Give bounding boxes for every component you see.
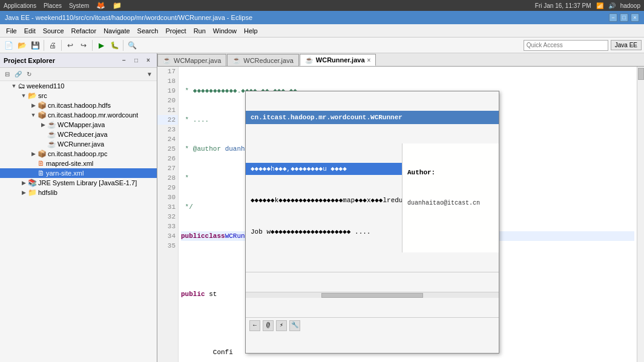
tree-item-src[interactable]: ▼ 📂 src — [0, 91, 157, 100]
network-icon: 📶 — [596, 2, 603, 9]
volume-icon: 🔊 — [608, 2, 616, 9]
java-ee-button[interactable]: Java EE — [611, 40, 642, 50]
wordcount-icon: 📦 — [38, 111, 47, 119]
menu-edit[interactable]: Edit — [21, 26, 39, 36]
ac-list[interactable]: ◆◆◆◆◆h◆◆◆,◆◆◆◆◆◆◆◆u ◆◆◆◆ ◆◆◆◆◆◆k◆◆◆◆◆◆◆◆… — [246, 143, 402, 252]
system-menu[interactable]: System — [69, 2, 89, 9]
collapse-all-btn[interactable]: ⊟ — [2, 70, 12, 79]
line-num-24: 24 — [157, 134, 178, 144]
tab-wcreducer-icon: ☕ — [232, 56, 241, 64]
menu-file[interactable]: File — [2, 26, 21, 36]
tree-item-jre[interactable]: ▶ 📚 JRE System Library [JavaSE-1.7] — [0, 178, 157, 188]
tab-wcrunner[interactable]: ☕ WCRunner.java × — [300, 54, 376, 66]
wcrunner-icon: ☕ — [47, 140, 56, 148]
app-icon-1[interactable]: 📁 — [113, 1, 122, 10]
maximize-button[interactable]: □ — [620, 13, 628, 22]
toggle-weekend110[interactable]: ▼ — [10, 82, 18, 90]
tree-item-yarn-xml[interactable]: ▶ 🗎 yarn-site.xml — [0, 168, 157, 178]
toolbar-new[interactable]: 📄 — [2, 39, 15, 51]
panel-close-btn[interactable]: × — [143, 56, 153, 65]
panel-maximize-btn[interactable]: □ — [131, 56, 141, 65]
minimize-button[interactable]: − — [609, 13, 617, 22]
tree-item-wcreducer[interactable]: ▶ ☕ WCReducer.java — [0, 130, 157, 139]
toolbar-redo[interactable]: ↪ — [77, 39, 90, 51]
toggle-jre[interactable]: ▶ — [19, 179, 28, 187]
code-editor[interactable]: 17 18 19 20 21 22 23 24 25 26 27 28 29 3… — [157, 67, 644, 362]
tree-item-hdfs[interactable]: ▶ 📦 cn.itcast.hadoop.hdfs — [0, 100, 157, 110]
title-bar: Java EE - weekend110/src/cn/itcast/hadoo… — [0, 11, 644, 24]
toolbar-open[interactable]: 📂 — [16, 39, 28, 51]
jre-icon: 📚 — [28, 179, 37, 187]
toggle-wcmapper[interactable]: ▶ — [39, 120, 47, 129]
ac-tool-icon[interactable]: 🔧 — [289, 320, 300, 331]
tab-wcmapper[interactable]: ☕ WCMapper.java — [157, 54, 226, 66]
ac-at-icon[interactable]: @ — [263, 320, 274, 331]
link-editor-btn[interactable]: 🔗 — [13, 70, 23, 79]
toolbar-save[interactable]: 💾 — [29, 39, 41, 51]
line-num-26: 26 — [157, 154, 178, 163]
mapred-icon: 🗎 — [38, 159, 45, 168]
quick-access-input[interactable] — [524, 40, 608, 51]
applications-menu[interactable]: Applications — [4, 2, 36, 9]
toolbar-search[interactable]: 🔍 — [126, 39, 138, 51]
menu-navigate[interactable]: Navigate — [100, 26, 133, 36]
line-num-25: 25 — [157, 144, 178, 154]
tree-item-weekend110[interactable]: ▼ 🗂 weekend110 — [0, 81, 157, 91]
tree-item-wordcount[interactable]: ▼ 📦 cn.itcast.hadoop.mr.wordcount — [0, 110, 157, 120]
tab-wcmapper-label: WCMapper.java — [174, 57, 221, 64]
toggle-wordcount[interactable]: ▼ — [29, 111, 38, 119]
line-num-31: 31 — [157, 202, 178, 212]
toolbar-undo[interactable]: ↩ — [64, 39, 76, 51]
menu-search[interactable]: Search — [134, 26, 162, 36]
line-num-34: 34 — [157, 231, 178, 241]
tree-item-mapred-xml[interactable]: ▶ 🗎 mapred-site.xml — [0, 159, 157, 168]
menu-source[interactable]: Source — [39, 26, 68, 36]
places-menu[interactable]: Places — [44, 2, 62, 9]
wcmapper-icon: ☕ — [47, 120, 56, 129]
ac-author-value: duanhaitao@itcast.cn — [407, 199, 494, 208]
toolbar-debug[interactable]: 🐛 — [108, 39, 120, 51]
tree-item-hdfslib[interactable]: ▶ 📁 hdfslib — [0, 188, 157, 197]
yarn-icon: 🗎 — [38, 169, 45, 177]
tree-item-wcrunner[interactable]: ▶ ☕ WCRunner.java — [0, 139, 157, 149]
ac-item-0[interactable]: ◆◆◆◆◆h◆◆◆,◆◆◆◆◆◆◆◆u ◆◆◆◆ — [246, 163, 402, 175]
tab-wcrunner-close[interactable]: × — [367, 57, 371, 64]
line-num-28: 28 — [157, 173, 178, 183]
ac-item-2[interactable]: Job w◆◆◆◆◆◆◆◆◆◆◆◆◆◆◆◆◆◆◆◆ .... — [246, 226, 402, 238]
refresh-btn[interactable]: ↻ — [24, 70, 34, 79]
toolbar-print[interactable]: 🖨 — [47, 39, 59, 51]
tab-wcrunner-icon: ☕ — [305, 56, 314, 64]
panel-minimize-btn[interactable]: − — [119, 56, 129, 65]
menu-help[interactable]: Help — [240, 26, 261, 36]
ac-item-1[interactable]: ◆◆◆◆◆◆k◆◆◆◆◆◆◆◆◆◆◆◆◆◆◆◆map◆◆◆x◆◆◆lreduce — [246, 194, 402, 206]
ac-back-icon[interactable]: ← — [249, 320, 260, 331]
menu-refactor[interactable]: Refactor — [68, 26, 100, 36]
view-menu-btn[interactable]: ▼ — [145, 70, 154, 79]
autocomplete-popup[interactable]: cn.itcast.hadoop.mr.wordcount.WCRunner ◆… — [245, 91, 499, 354]
menu-window[interactable]: Window — [209, 26, 240, 36]
wcmapper-label: WCMapper.java — [58, 121, 105, 128]
toolbar-sep-3 — [92, 40, 93, 51]
toggle-hdfs[interactable]: ▶ — [29, 101, 38, 110]
firefox-icon[interactable]: 🦊 — [96, 1, 105, 10]
tab-wcreducer[interactable]: ☕ WCReducer.java — [227, 54, 299, 66]
hdfslib-icon: 📁 — [28, 188, 37, 197]
code-area[interactable]: * ◆◆◆◆◆◆◆◆◆◆◆.◆◆◆◆,◆◆,◆◆◆ ◆◆ * .... * @a… — [179, 67, 637, 362]
src-label: src — [38, 92, 47, 99]
tab-wcrunner-label: WCRunner.java — [316, 56, 365, 64]
menu-bar: File Edit Source Refactor Navigate Searc… — [0, 24, 644, 38]
close-button[interactable]: × — [631, 13, 639, 22]
menu-run[interactable]: Run — [190, 26, 209, 36]
menu-project[interactable]: Project — [162, 26, 189, 36]
toggle-rpc[interactable]: ▶ — [29, 150, 38, 158]
ac-lightning-icon[interactable]: ⚡ — [276, 320, 287, 331]
toolbar-run[interactable]: ▶ — [95, 39, 107, 51]
line-num-21: 21 — [157, 105, 178, 115]
editor-tab-bar: ☕ WCMapper.java ☕ WCReducer.java ☕ WCRun… — [157, 53, 644, 67]
toolbar-sep-1 — [44, 40, 44, 51]
editor-scrollbar-v[interactable] — [637, 67, 644, 362]
tree-item-wcmapper[interactable]: ▶ ☕ WCMapper.java — [0, 120, 157, 130]
toggle-src[interactable]: ▼ — [19, 91, 28, 100]
tree-item-rpc[interactable]: ▶ 📦 cn.itcast.hadoop.rpc — [0, 149, 157, 159]
toggle-hdfslib[interactable]: ▶ — [19, 188, 28, 197]
